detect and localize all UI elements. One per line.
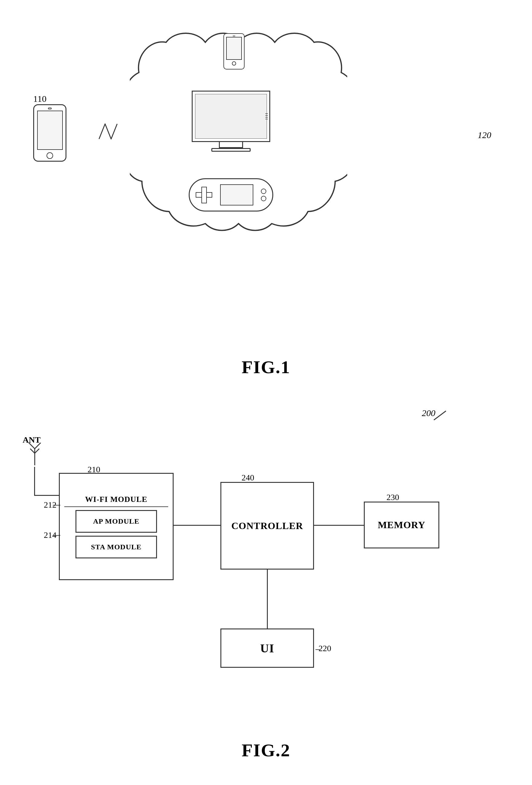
label-210: 210 [87, 465, 100, 474]
monitor-stand [219, 142, 243, 148]
label-212-arrow [53, 502, 60, 508]
fig2-section: 200 ANT WI-FI MODULE AP MODULE STA MODUL… [0, 393, 532, 785]
cloud-monitor [189, 91, 273, 157]
monitor-screen [195, 94, 267, 139]
wifi-to-controller-line [174, 525, 220, 526]
cloud-game-console [189, 178, 273, 211]
console-buttons [261, 188, 266, 201]
svg-line-2 [29, 442, 35, 449]
ap-module-label: AP MODULE [93, 517, 139, 526]
sta-module-label: STA MODULE [91, 543, 141, 551]
svg-marker-9 [59, 534, 60, 537]
sta-module-box: STA MODULE [76, 536, 157, 558]
ant-to-wifi-line [34, 467, 35, 496]
monitor-vents [265, 113, 268, 119]
fig2-caption: FIG.2 [242, 740, 290, 761]
antenna-icon [26, 442, 44, 467]
label-230: 230 [387, 492, 399, 502]
phone-110 [33, 104, 66, 162]
dpad [196, 187, 212, 203]
svg-line-3 [35, 442, 41, 449]
monitor-frame [192, 91, 270, 142]
label-110: 110 [33, 94, 47, 104]
ap-module-box: AP MODULE [76, 510, 157, 533]
wifi-module-label: WI-FI MODULE [64, 495, 168, 507]
label-220-arrow [316, 647, 322, 653]
controller-to-ui-line [267, 569, 268, 629]
svg-line-5 [35, 449, 39, 453]
phone-110-camera [48, 107, 52, 109]
ui-box: UI [220, 629, 314, 668]
svg-line-4 [30, 449, 35, 453]
fig1-caption: FIG.1 [242, 357, 290, 378]
label-214-arrow [53, 532, 60, 538]
svg-marker-7 [59, 504, 60, 507]
monitor-base [211, 148, 250, 152]
controller-box: CONTROLLER [220, 482, 314, 569]
cloud-group [130, 24, 347, 242]
ant-h-line [34, 495, 59, 496]
cloud-phone [223, 33, 244, 70]
memory-box: MEMORY [364, 502, 439, 549]
cloud-phone-camera [233, 35, 235, 36]
fig1-section: 110 [0, 0, 532, 393]
wireless-signal [96, 121, 123, 143]
wifi-module-box: WI-FI MODULE AP MODULE STA MODULE [59, 473, 174, 580]
svg-line-0 [434, 411, 446, 420]
cloud-phone-home [232, 61, 236, 66]
label-240: 240 [242, 473, 254, 483]
console-screen [220, 184, 253, 205]
phone-110-screen [37, 110, 63, 150]
cloud-phone-screen [226, 37, 242, 60]
label-200-slash [432, 409, 448, 422]
label-120: 120 [478, 130, 491, 140]
phone-110-home [47, 152, 53, 159]
controller-to-memory-line [314, 525, 364, 526]
